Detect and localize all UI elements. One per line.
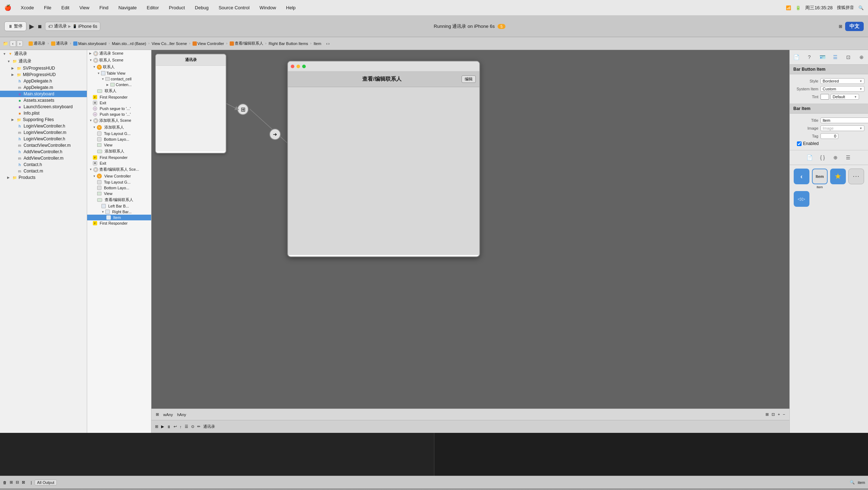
tree-appdelegate-m[interactable]: m AppDelegate.m [0, 84, 87, 91]
canvas-tool-1[interactable]: ⊞ [155, 424, 158, 429]
scene-view-edit[interactable]: ▼ 📋 查看/编辑联系人 Sce... [87, 166, 151, 173]
menu-editor[interactable]: Editor [145, 4, 161, 11]
bar-btn-nav-prev[interactable]: ‹ [793, 169, 809, 189]
connections-inspector-icon[interactable]: ⊕ [858, 53, 865, 61]
bc-item-7[interactable]: Right Bar Button Items [267, 41, 310, 46]
nav-forward-arrow[interactable]: › [17, 40, 23, 47]
menu-file[interactable]: File [42, 4, 54, 11]
tree-main-storyboard[interactable]: ■ Main.storyboard [0, 91, 87, 97]
zoom-dot[interactable] [302, 65, 306, 68]
help-inspector-icon[interactable]: ? [806, 53, 813, 61]
tint-select[interactable]: Default ▼ [830, 94, 859, 100]
canvas-tool-7[interactable]: ⊙ [191, 424, 194, 429]
output-dropdown[interactable]: All Output [35, 480, 57, 485]
nav-back-arrow[interactable]: ‹ [10, 40, 16, 47]
attributes-inspector-icon[interactable]: ☰ [832, 53, 839, 61]
scene-tongxunlu[interactable]: ▶ 📋 通讯录 Scene [87, 50, 151, 57]
input-method[interactable]: 搜狐拼音 [837, 5, 854, 11]
storyboard-canvas[interactable]: 通讯录 ⊞ [151, 50, 789, 409]
bar-btn-star[interactable]: ★ [830, 169, 846, 189]
scene-view-view[interactable]: View [87, 191, 151, 196]
zoom-fit[interactable]: ⊞ [765, 412, 769, 417]
menu-source-control[interactable]: Source Control [216, 4, 252, 11]
scene-add-view[interactable]: View [87, 142, 151, 148]
bc-item-4[interactable]: View Co...ller Scene [150, 41, 189, 46]
segue-circle-1[interactable]: ⊞ [237, 104, 249, 115]
tree-launch-storyboard[interactable]: ■ LaunchScreen.storyboard [0, 104, 87, 110]
scene-add-nav[interactable]: 添加联系人 [87, 148, 151, 155]
canvas-tool-8[interactable]: ✏ [197, 424, 200, 429]
bc-item-6[interactable]: 查看/编辑联系人 [228, 40, 265, 47]
bc-item-1[interactable]: 通讯录 [50, 40, 69, 47]
canvas-tool-4[interactable]: ↩ [174, 424, 177, 429]
close-dot[interactable] [291, 65, 294, 68]
title-input[interactable] [820, 118, 868, 123]
segue-circle-2[interactable]: ➜ [269, 129, 281, 140]
tree-contact-vc-m[interactable]: m ContactViewController.m [0, 142, 87, 149]
tree-info-plist[interactable]: ■ Info.plist [0, 110, 87, 116]
language-switcher[interactable]: 中文 [845, 22, 864, 31]
tag-field[interactable] [820, 133, 838, 139]
layout-controls[interactable]: ⊞ [156, 412, 159, 417]
scene-top-layout[interactable]: Top Layout G... [87, 131, 151, 136]
lines-icon[interactable]: ☰ [844, 153, 853, 162]
scene-view-top-layout[interactable]: Top Layout G... [87, 179, 151, 185]
tree-mb-progress[interactable]: ▶ 📁 MBProgressHUD [0, 71, 87, 78]
enabled-checkbox[interactable] [797, 141, 802, 146]
apple-menu[interactable]: 🍎 [4, 4, 11, 11]
canvas-tool-6[interactable]: ☰ [185, 424, 188, 429]
menu-help[interactable]: Help [284, 4, 298, 11]
system-item-select[interactable]: Custom ▼ [820, 86, 864, 92]
scene-right-bar[interactable]: ▼ Right Bar... [87, 209, 151, 215]
filter-icon[interactable]: 🔍 [850, 480, 855, 485]
bottom-left-editor[interactable] [0, 433, 434, 476]
circle-icon[interactable]: ⊕ [831, 153, 840, 162]
file-inspector-icon[interactable]: 📄 [793, 53, 800, 61]
bc-nav-next[interactable]: › [328, 41, 330, 46]
scene-add-vc[interactable]: ▼ V 添加联系人 [87, 124, 151, 131]
editor-toggle-icon[interactable]: ⊞ [839, 24, 842, 29]
tree-products[interactable]: ▶ 📁 Products [0, 174, 87, 181]
trash-icon[interactable]: 🗑 [3, 480, 7, 485]
image-select[interactable]: Image ▼ [820, 125, 864, 131]
scene-first-responder[interactable]: F First Responder [87, 94, 151, 100]
zoom-fill[interactable]: ⊡ [772, 412, 775, 417]
menu-navigate[interactable]: Navigate [116, 4, 139, 11]
canvas-tool-2[interactable]: ▶ [161, 424, 164, 429]
menu-view[interactable]: View [77, 4, 91, 11]
bar-btn-darrow[interactable]: ◁·▷ [793, 191, 809, 208]
scene-add-contacts[interactable]: ▼ 📋 添加联系人 Scene [87, 117, 151, 124]
canvas-tool-5[interactable]: ↑ [180, 425, 182, 429]
identity-inspector-icon[interactable]: 🪪 [819, 53, 826, 61]
tree-root-group[interactable]: ▼ ▼ 通讯录 [0, 50, 87, 58]
menu-edit[interactable]: Edit [59, 4, 71, 11]
menu-product[interactable]: Product [167, 4, 187, 11]
zoom-in[interactable]: + [778, 412, 780, 417]
scene-contacts[interactable]: ▼ 📋 联系人 Scene [87, 57, 151, 64]
tree-contact-h[interactable]: h Contact.h [0, 161, 87, 168]
scene-push-segue-1[interactable]: → Push segue to '...' [87, 106, 151, 111]
menu-find[interactable]: Find [97, 4, 110, 11]
scene-contacts-nav[interactable]: 联系人 [87, 88, 151, 94]
bc-item-3[interactable]: Main.sto...rd (Base) [110, 41, 148, 46]
tree-assets[interactable]: ■ Assets.xcassets [0, 97, 87, 104]
page-icon[interactable]: 📄 [805, 153, 814, 162]
size-inspector-icon[interactable]: ⊡ [845, 53, 852, 61]
edit-button-on-phone[interactable]: 编辑 [462, 75, 476, 83]
tint-color-swatch[interactable] [820, 94, 829, 100]
bc-nav-prev[interactable]: ‹ [326, 41, 328, 46]
menu-window[interactable]: Window [258, 4, 278, 11]
scene-view-vc[interactable]: ▼ V View Controller [87, 173, 151, 179]
scene-cell[interactable]: ▼ contact_cell [87, 76, 151, 82]
scheme-selector[interactable]: 🏷 通讯录 ▶ 📱 iPhone 6s [45, 22, 100, 31]
minimize-dot[interactable] [296, 65, 300, 68]
search-icon[interactable]: 🔍 [858, 5, 864, 10]
bottom-right-editor[interactable] [434, 433, 868, 476]
scene-tableview[interactable]: ▼ Table View [87, 70, 151, 76]
tree-add-vc-h[interactable]: h AddViewController.h [0, 149, 87, 155]
tree-sv-progress[interactable]: ▶ 📁 SVProgressHUD [0, 65, 87, 71]
scene-contacts-vc[interactable]: ▼ V 联系人 [87, 64, 151, 70]
style-select[interactable]: Bordered ▼ [820, 78, 864, 84]
menu-xcode[interactable]: Xcode [19, 4, 36, 11]
warning-badge[interactable]: 5 [498, 24, 505, 29]
